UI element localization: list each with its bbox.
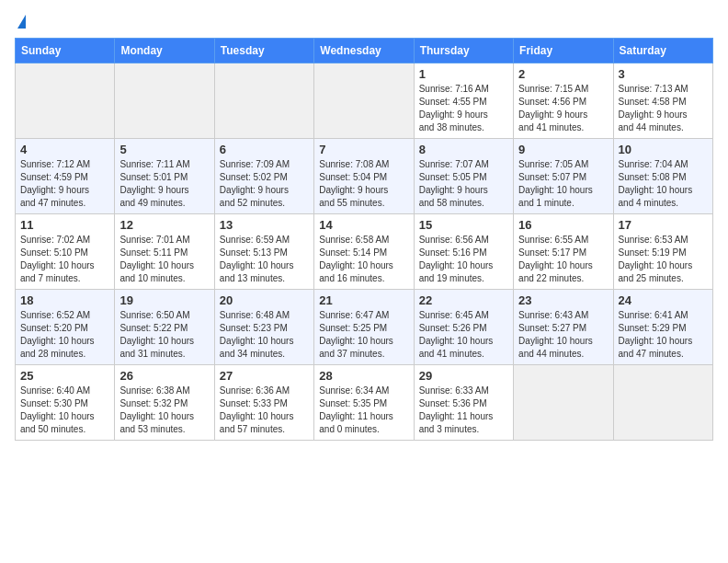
day-number: 22 [419, 293, 508, 307]
day-info: Sunrise: 7:09 AM Sunset: 5:02 PM Dayligh… [220, 158, 309, 210]
day-info: Sunrise: 7:04 AM Sunset: 5:08 PM Dayligh… [619, 158, 708, 210]
calendar-cell: 3Sunrise: 7:13 AM Sunset: 4:58 PM Daylig… [613, 63, 712, 139]
day-number: 14 [319, 218, 408, 232]
calendar-cell: 14Sunrise: 6:58 AM Sunset: 5:14 PM Dayli… [314, 214, 414, 290]
calendar-cell: 8Sunrise: 7:07 AM Sunset: 5:05 PM Daylig… [414, 139, 513, 214]
calendar-cell: 10Sunrise: 7:04 AM Sunset: 5:08 PM Dayli… [613, 139, 712, 214]
logo-triangle-icon [17, 15, 26, 29]
day-info: Sunrise: 6:41 AM Sunset: 5:29 PM Dayligh… [619, 309, 708, 361]
day-number: 29 [419, 369, 508, 383]
calendar-cell: 25Sunrise: 6:40 AM Sunset: 5:30 PM Dayli… [16, 365, 115, 441]
calendar-cell: 16Sunrise: 6:55 AM Sunset: 5:17 PM Dayli… [514, 214, 613, 290]
calendar-cell: 2Sunrise: 7:15 AM Sunset: 4:56 PM Daylig… [514, 63, 613, 139]
weekday-header-tuesday: Tuesday [214, 39, 313, 63]
calendar-cell: 9Sunrise: 7:05 AM Sunset: 5:07 PM Daylig… [514, 139, 613, 214]
day-number: 27 [220, 369, 309, 383]
day-info: Sunrise: 7:02 AM Sunset: 5:10 PM Dayligh… [20, 234, 109, 285]
weekday-header-saturday: Saturday [613, 39, 712, 63]
calendar-cell [514, 365, 613, 441]
day-number: 17 [619, 218, 708, 232]
weekday-header-sunday: Sunday [16, 39, 115, 63]
calendar-cell [115, 63, 214, 139]
day-info: Sunrise: 6:33 AM Sunset: 5:36 PM Dayligh… [419, 385, 508, 436]
calendar-row: 1Sunrise: 7:16 AM Sunset: 4:55 PM Daylig… [16, 63, 713, 139]
calendar-cell: 12Sunrise: 7:01 AM Sunset: 5:11 PM Dayli… [115, 214, 214, 290]
day-number: 2 [518, 67, 608, 81]
calendar-cell: 4Sunrise: 7:12 AM Sunset: 4:59 PM Daylig… [16, 139, 115, 214]
calendar-cell: 29Sunrise: 6:33 AM Sunset: 5:36 PM Dayli… [414, 365, 513, 441]
calendar-cell: 11Sunrise: 7:02 AM Sunset: 5:10 PM Dayli… [16, 214, 115, 290]
calendar-row: 4Sunrise: 7:12 AM Sunset: 4:59 PM Daylig… [16, 139, 713, 214]
calendar-cell: 5Sunrise: 7:11 AM Sunset: 5:01 PM Daylig… [115, 139, 214, 214]
calendar-cell: 23Sunrise: 6:43 AM Sunset: 5:27 PM Dayli… [514, 290, 613, 365]
day-number: 4 [20, 143, 109, 156]
day-info: Sunrise: 7:05 AM Sunset: 5:07 PM Dayligh… [518, 158, 608, 210]
day-info: Sunrise: 7:13 AM Sunset: 4:58 PM Dayligh… [619, 83, 708, 134]
day-number: 26 [119, 369, 209, 383]
day-number: 11 [20, 218, 109, 232]
day-number: 8 [419, 143, 508, 156]
logo [15, 15, 26, 29]
calendar-cell: 28Sunrise: 6:34 AM Sunset: 5:35 PM Dayli… [314, 365, 414, 441]
day-number: 13 [220, 218, 309, 232]
day-info: Sunrise: 6:45 AM Sunset: 5:26 PM Dayligh… [419, 309, 508, 361]
day-info: Sunrise: 6:40 AM Sunset: 5:30 PM Dayligh… [20, 385, 109, 436]
calendar-cell [314, 63, 414, 139]
calendar-cell: 17Sunrise: 6:53 AM Sunset: 5:19 PM Dayli… [613, 214, 712, 290]
day-number: 10 [619, 143, 708, 156]
calendar-cell [613, 365, 712, 441]
day-number: 23 [518, 293, 608, 307]
calendar-cell: 24Sunrise: 6:41 AM Sunset: 5:29 PM Dayli… [613, 290, 712, 365]
calendar-row: 11Sunrise: 7:02 AM Sunset: 5:10 PM Dayli… [16, 214, 713, 290]
day-info: Sunrise: 6:55 AM Sunset: 5:17 PM Dayligh… [518, 234, 608, 285]
day-info: Sunrise: 6:50 AM Sunset: 5:22 PM Dayligh… [119, 309, 209, 361]
day-info: Sunrise: 6:48 AM Sunset: 5:23 PM Dayligh… [220, 309, 309, 361]
day-info: Sunrise: 7:01 AM Sunset: 5:11 PM Dayligh… [119, 234, 209, 285]
day-number: 6 [220, 143, 309, 156]
day-number: 24 [619, 293, 708, 307]
day-info: Sunrise: 7:11 AM Sunset: 5:01 PM Dayligh… [119, 158, 209, 210]
calendar-cell: 18Sunrise: 6:52 AM Sunset: 5:20 PM Dayli… [16, 290, 115, 365]
day-number: 21 [319, 293, 408, 307]
day-info: Sunrise: 7:08 AM Sunset: 5:04 PM Dayligh… [319, 158, 408, 210]
calendar-row: 25Sunrise: 6:40 AM Sunset: 5:30 PM Dayli… [16, 365, 713, 441]
weekday-header-wednesday: Wednesday [314, 39, 414, 63]
calendar-cell: 1Sunrise: 7:16 AM Sunset: 4:55 PM Daylig… [414, 63, 513, 139]
calendar-cell: 7Sunrise: 7:08 AM Sunset: 5:04 PM Daylig… [314, 139, 414, 214]
weekday-header-thursday: Thursday [414, 39, 513, 63]
day-info: Sunrise: 7:12 AM Sunset: 4:59 PM Dayligh… [20, 158, 109, 210]
calendar-cell: 26Sunrise: 6:38 AM Sunset: 5:32 PM Dayli… [115, 365, 214, 441]
day-info: Sunrise: 6:56 AM Sunset: 5:16 PM Dayligh… [419, 234, 508, 285]
day-number: 3 [619, 67, 708, 81]
day-number: 18 [20, 293, 109, 307]
day-info: Sunrise: 6:36 AM Sunset: 5:33 PM Dayligh… [220, 385, 309, 436]
day-number: 7 [319, 143, 408, 156]
day-number: 20 [220, 293, 309, 307]
calendar-cell: 27Sunrise: 6:36 AM Sunset: 5:33 PM Dayli… [214, 365, 313, 441]
calendar-cell: 21Sunrise: 6:47 AM Sunset: 5:25 PM Dayli… [314, 290, 414, 365]
day-info: Sunrise: 6:52 AM Sunset: 5:20 PM Dayligh… [20, 309, 109, 361]
day-number: 15 [419, 218, 508, 232]
day-number: 9 [518, 143, 608, 156]
calendar-cell: 19Sunrise: 6:50 AM Sunset: 5:22 PM Dayli… [115, 290, 214, 365]
day-number: 16 [518, 218, 608, 232]
day-info: Sunrise: 6:58 AM Sunset: 5:14 PM Dayligh… [319, 234, 408, 285]
day-info: Sunrise: 7:15 AM Sunset: 4:56 PM Dayligh… [518, 83, 608, 134]
day-number: 25 [20, 369, 109, 383]
calendar-table: SundayMondayTuesdayWednesdayThursdayFrid… [15, 38, 713, 441]
calendar-cell [214, 63, 313, 139]
day-number: 5 [119, 143, 209, 156]
day-info: Sunrise: 7:07 AM Sunset: 5:05 PM Dayligh… [419, 158, 508, 210]
calendar-cell: 6Sunrise: 7:09 AM Sunset: 5:02 PM Daylig… [214, 139, 313, 214]
calendar-cell: 22Sunrise: 6:45 AM Sunset: 5:26 PM Dayli… [414, 290, 513, 365]
calendar-cell: 15Sunrise: 6:56 AM Sunset: 5:16 PM Dayli… [414, 214, 513, 290]
day-number: 19 [119, 293, 209, 307]
weekday-header-friday: Friday [514, 39, 613, 63]
day-number: 1 [419, 67, 508, 81]
day-info: Sunrise: 6:34 AM Sunset: 5:35 PM Dayligh… [319, 385, 408, 436]
day-info: Sunrise: 6:53 AM Sunset: 5:19 PM Dayligh… [619, 234, 708, 285]
day-info: Sunrise: 6:59 AM Sunset: 5:13 PM Dayligh… [220, 234, 309, 285]
day-number: 28 [319, 369, 408, 383]
weekday-header-row: SundayMondayTuesdayWednesdayThursdayFrid… [16, 39, 713, 63]
day-info: Sunrise: 6:47 AM Sunset: 5:25 PM Dayligh… [319, 309, 408, 361]
